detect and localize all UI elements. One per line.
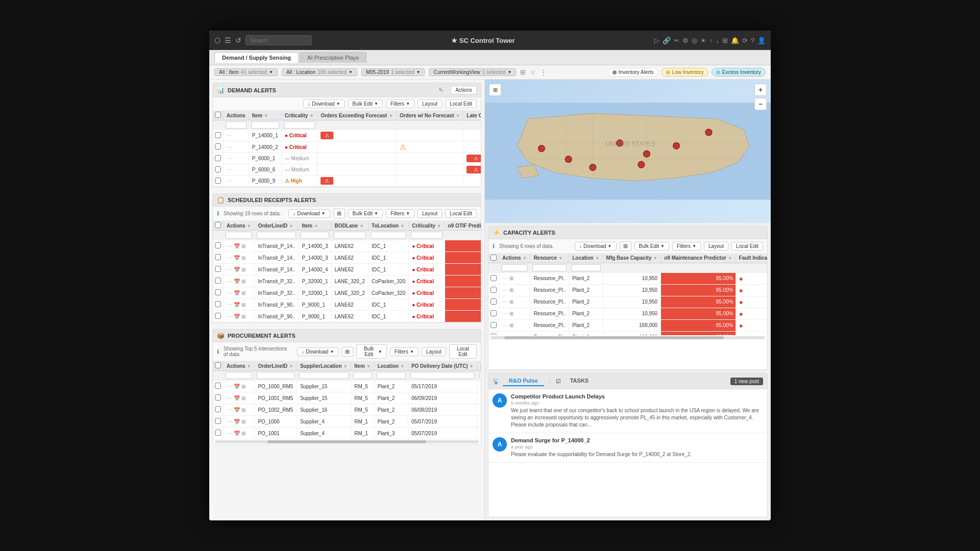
proc-grid-btn[interactable]: ⊞ (341, 347, 353, 357)
actions-button[interactable]: Actions (451, 86, 477, 94)
proc-filter-date[interactable] (410, 372, 475, 379)
map-zoom-in[interactable]: + (754, 84, 767, 96)
proc-filter-supplier[interactable] (299, 372, 349, 379)
sun-icon[interactable]: ☀ (700, 37, 706, 44)
filter-location[interactable]: All : Location 165 selected ▼ (282, 68, 357, 76)
tab-ro-pulse[interactable]: R&O Pulse (503, 376, 544, 386)
map-zoom-out[interactable]: − (754, 98, 767, 110)
sched-check-5[interactable] (215, 301, 221, 307)
cap-check-2[interactable] (491, 298, 497, 305)
demand-download-btn[interactable]: ↓ Download ▼ (303, 99, 345, 108)
cap-select-all[interactable] (491, 255, 497, 261)
cap-actions-3[interactable]: ··· (502, 311, 508, 316)
sched-cal-6[interactable]: 📅 (234, 314, 240, 319)
proc-edit-3[interactable]: ⊞ (241, 419, 246, 424)
sched-check-2[interactable] (215, 266, 221, 272)
scissors-icon[interactable]: ✂ (674, 37, 679, 44)
sched-edit-0[interactable]: ⊞ (241, 243, 246, 249)
sched-edit-5[interactable]: ⊞ (241, 302, 246, 308)
scheduled-filters-btn[interactable]: Filters ▼ (386, 209, 414, 218)
scheduled-select-all[interactable] (215, 222, 221, 228)
demand-layout-btn[interactable]: Layout (418, 99, 442, 108)
sched-filter-actions[interactable] (226, 232, 252, 239)
sched-actions-6[interactable]: ··· (227, 314, 232, 319)
proc-cal-1[interactable]: 📅 (234, 395, 240, 401)
star-icon[interactable]: ☆ (530, 68, 536, 76)
proc-filter-item[interactable] (353, 372, 372, 379)
proc-cal-4[interactable]: 📅 (234, 431, 240, 436)
scheduled-local-edit-btn[interactable]: Local Edit (445, 209, 477, 218)
menu-icon[interactable]: ☰ (225, 36, 231, 44)
proc-actions-1[interactable]: ··· (227, 395, 232, 401)
cap-edit-5[interactable]: ⊞ (509, 334, 513, 335)
cap-check-0[interactable] (491, 275, 497, 281)
sched-edit-3[interactable]: ⊞ (241, 279, 246, 284)
proc-filter-actions[interactable] (226, 372, 252, 379)
cap-filter-location[interactable] (571, 264, 600, 271)
cap-check-5[interactable] (491, 334, 497, 335)
sched-check-1[interactable] (215, 254, 221, 260)
sched-filter-item[interactable] (301, 232, 329, 239)
demand-select-all[interactable] (215, 112, 221, 118)
cap-edit-4[interactable]: ⊞ (509, 322, 513, 328)
demand-actions-4[interactable]: ··· (227, 178, 232, 184)
proc-cal-2[interactable]: 📅 (234, 407, 240, 413)
cap-bulk-edit-btn[interactable]: Bulk Edit ▼ (634, 242, 669, 251)
sched-check-0[interactable] (215, 242, 221, 248)
demand-row-check-0[interactable] (215, 132, 221, 138)
proc-filters-btn[interactable]: Filters ▼ (390, 347, 419, 356)
cap-check-3[interactable] (491, 310, 497, 316)
demand-row-check-3[interactable] (215, 166, 221, 172)
scheduled-bulk-edit-btn[interactable]: Bulk Edit ▼ (348, 209, 383, 218)
demand-filters-btn[interactable]: Filters ▼ (386, 99, 414, 108)
scheduled-download-btn[interactable]: ↓ Download ▼ (288, 209, 330, 218)
cap-download-btn[interactable]: ↓ Download ▼ (575, 242, 616, 251)
proc-actions-0[interactable]: ··· (227, 384, 232, 389)
cap-actions-4[interactable]: ··· (502, 322, 508, 328)
sched-actions-2[interactable]: ··· (227, 267, 232, 272)
cap-grid-btn[interactable]: ⊞ (620, 241, 631, 251)
edit-icon[interactable]: ✎ (438, 87, 444, 94)
sched-actions-5[interactable]: ··· (227, 302, 232, 308)
cap-actions-5[interactable]: ··· (502, 334, 508, 335)
cap-edit-0[interactable]: ⊞ (509, 276, 513, 281)
sched-cal-0[interactable]: 📅 (234, 243, 240, 249)
cap-edit-2[interactable]: ⊞ (509, 299, 513, 305)
sched-actions-1[interactable]: ··· (227, 255, 232, 261)
sched-filter-crit[interactable] (411, 232, 442, 239)
bell-icon[interactable]: 🔔 (731, 37, 739, 44)
tab-tasks[interactable]: TASKS (564, 376, 595, 386)
refresh-icon[interactable]: ⟳ (742, 37, 748, 44)
filter-icon[interactable]: ⊞ (520, 68, 526, 76)
cap-filters-btn[interactable]: Filters ▼ (672, 242, 701, 251)
demand-row-check-2[interactable] (215, 155, 221, 161)
demand-bulk-edit-btn[interactable]: Bulk Edit ▼ (348, 99, 383, 108)
proc-download-btn[interactable]: ↓ Download ▼ (297, 347, 338, 356)
cap-check-1[interactable] (491, 287, 497, 293)
tab-demand-supply[interactable]: Demand / Supply Sensing (214, 52, 299, 63)
upload-icon[interactable]: ↑ (709, 37, 713, 44)
proc-edit-4[interactable]: ⊞ (241, 431, 246, 436)
sched-filter-orderline[interactable] (257, 232, 296, 239)
proc-select-all[interactable] (215, 362, 221, 368)
proc-scrollbar[interactable] (215, 440, 479, 443)
sched-filter-bodlane[interactable] (334, 232, 366, 239)
demand-row-check-4[interactable] (215, 178, 221, 184)
sched-edit-6[interactable]: ⊞ (241, 314, 246, 319)
cap-edit-3[interactable]: ⊞ (509, 311, 513, 316)
scheduled-grid-btn[interactable]: ⊞ (333, 209, 345, 218)
settings-icon[interactable]: ⚙ (682, 37, 689, 44)
sched-edit-2[interactable]: ⊞ (241, 267, 246, 272)
sched-check-6[interactable] (215, 313, 221, 319)
proc-edit-2[interactable]: ⊞ (241, 407, 246, 413)
sched-edit-1[interactable]: ⊞ (241, 255, 246, 261)
scheduled-layout-btn[interactable]: Layout (418, 209, 442, 218)
back-icon[interactable]: ↺ (235, 36, 241, 44)
filter-date[interactable]: M05-2019 1 selected ▼ (361, 68, 425, 76)
proc-check-3[interactable] (215, 418, 221, 424)
inventory-alerts-badge[interactable]: Inventory Alerts (608, 68, 658, 77)
circle-icon[interactable]: ◎ (692, 37, 697, 44)
cap-edit-1[interactable]: ⊞ (509, 287, 513, 293)
proc-cal-3[interactable]: 📅 (234, 419, 240, 424)
proc-actions-4[interactable]: ··· (227, 431, 232, 436)
